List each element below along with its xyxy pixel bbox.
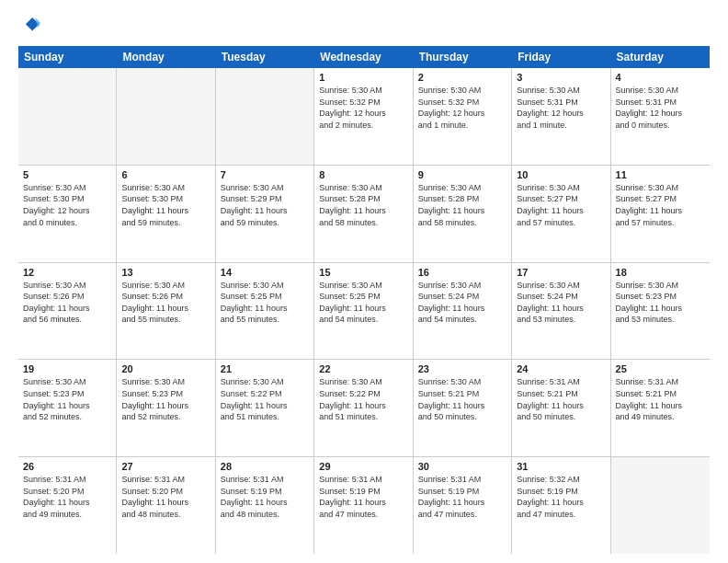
calendar-cell-r3-c0: 19Sunrise: 5:30 AM Sunset: 5:23 PM Dayli… bbox=[18, 360, 117, 456]
calendar-row-1: 5Sunrise: 5:30 AM Sunset: 5:30 PM Daylig… bbox=[18, 166, 710, 263]
cell-info: Sunrise: 5:30 AM Sunset: 5:25 PM Dayligh… bbox=[319, 280, 407, 326]
day-number: 15 bbox=[319, 267, 407, 278]
calendar-cell-r3-c3: 22Sunrise: 5:30 AM Sunset: 5:22 PM Dayli… bbox=[314, 360, 413, 456]
day-number: 9 bbox=[418, 169, 506, 180]
cell-info: Sunrise: 5:31 AM Sunset: 5:21 PM Dayligh… bbox=[616, 376, 705, 422]
calendar-header: SundayMondayTuesdayWednesdayThursdayFrid… bbox=[18, 46, 710, 68]
day-number: 23 bbox=[418, 363, 506, 374]
calendar-cell-r1-c5: 10Sunrise: 5:30 AM Sunset: 5:27 PM Dayli… bbox=[512, 166, 610, 262]
cell-info: Sunrise: 5:30 AM Sunset: 5:22 PM Dayligh… bbox=[221, 376, 309, 422]
cell-info: Sunrise: 5:30 AM Sunset: 5:32 PM Dayligh… bbox=[319, 85, 407, 131]
day-number: 10 bbox=[517, 169, 605, 180]
calendar-cell-r4-c4: 30Sunrise: 5:31 AM Sunset: 5:19 PM Dayli… bbox=[414, 457, 512, 554]
calendar-cell-r1-c6: 11Sunrise: 5:30 AM Sunset: 5:27 PM Dayli… bbox=[611, 166, 710, 262]
cell-info: Sunrise: 5:30 AM Sunset: 5:23 PM Dayligh… bbox=[121, 376, 210, 422]
calendar-row-0: 1Sunrise: 5:30 AM Sunset: 5:32 PM Daylig… bbox=[18, 68, 710, 166]
cell-info: Sunrise: 5:30 AM Sunset: 5:27 PM Dayligh… bbox=[517, 182, 605, 228]
cell-info: Sunrise: 5:30 AM Sunset: 5:21 PM Dayligh… bbox=[418, 376, 506, 422]
cell-info: Sunrise: 5:30 AM Sunset: 5:32 PM Dayligh… bbox=[418, 85, 506, 131]
day-number: 31 bbox=[517, 461, 605, 472]
day-number: 22 bbox=[319, 363, 407, 374]
cell-info: Sunrise: 5:32 AM Sunset: 5:19 PM Dayligh… bbox=[517, 474, 605, 520]
calendar-body: 1Sunrise: 5:30 AM Sunset: 5:32 PM Daylig… bbox=[18, 68, 710, 554]
calendar-cell-r4-c1: 27Sunrise: 5:31 AM Sunset: 5:20 PM Dayli… bbox=[117, 457, 215, 554]
calendar-cell-r2-c6: 18Sunrise: 5:30 AM Sunset: 5:23 PM Dayli… bbox=[611, 263, 710, 360]
calendar-cell-r2-c0: 12Sunrise: 5:30 AM Sunset: 5:26 PM Dayli… bbox=[18, 263, 117, 360]
day-number: 29 bbox=[319, 461, 407, 472]
calendar-cell-r4-c2: 28Sunrise: 5:31 AM Sunset: 5:19 PM Dayli… bbox=[216, 457, 314, 554]
calendar-cell-r3-c5: 24Sunrise: 5:31 AM Sunset: 5:21 PM Dayli… bbox=[512, 360, 610, 456]
calendar-row-3: 19Sunrise: 5:30 AM Sunset: 5:23 PM Dayli… bbox=[18, 360, 710, 457]
cell-info: Sunrise: 5:30 AM Sunset: 5:31 PM Dayligh… bbox=[517, 85, 605, 131]
day-number: 17 bbox=[517, 267, 605, 278]
weekday-header-monday: Monday bbox=[117, 46, 215, 68]
day-number: 4 bbox=[616, 72, 705, 83]
weekday-header-tuesday: Tuesday bbox=[216, 46, 314, 68]
calendar-cell-r4-c3: 29Sunrise: 5:31 AM Sunset: 5:19 PM Dayli… bbox=[314, 457, 413, 554]
calendar-cell-r4-c0: 26Sunrise: 5:31 AM Sunset: 5:20 PM Dayli… bbox=[18, 457, 117, 554]
cell-info: Sunrise: 5:30 AM Sunset: 5:30 PM Dayligh… bbox=[121, 182, 210, 228]
calendar-cell-r0-c6: 4Sunrise: 5:30 AM Sunset: 5:31 PM Daylig… bbox=[611, 68, 710, 165]
calendar-cell-r3-c2: 21Sunrise: 5:30 AM Sunset: 5:22 PM Dayli… bbox=[216, 360, 314, 456]
calendar-cell-r1-c1: 6Sunrise: 5:30 AM Sunset: 5:30 PM Daylig… bbox=[117, 166, 215, 262]
day-number: 19 bbox=[23, 363, 111, 374]
weekday-header-thursday: Thursday bbox=[414, 46, 512, 68]
cell-info: Sunrise: 5:30 AM Sunset: 5:27 PM Dayligh… bbox=[616, 182, 705, 228]
logo-icon bbox=[20, 15, 40, 35]
day-number: 11 bbox=[616, 169, 705, 180]
cell-info: Sunrise: 5:31 AM Sunset: 5:19 PM Dayligh… bbox=[319, 474, 407, 520]
calendar-cell-r2-c2: 14Sunrise: 5:30 AM Sunset: 5:25 PM Dayli… bbox=[216, 263, 314, 360]
day-number: 1 bbox=[319, 72, 407, 83]
day-number: 16 bbox=[418, 267, 506, 278]
cell-info: Sunrise: 5:30 AM Sunset: 5:23 PM Dayligh… bbox=[23, 376, 111, 422]
cell-info: Sunrise: 5:31 AM Sunset: 5:20 PM Dayligh… bbox=[23, 474, 111, 520]
calendar-row-2: 12Sunrise: 5:30 AM Sunset: 5:26 PM Dayli… bbox=[18, 263, 710, 361]
cell-info: Sunrise: 5:30 AM Sunset: 5:22 PM Dayligh… bbox=[319, 376, 407, 422]
cell-info: Sunrise: 5:30 AM Sunset: 5:31 PM Dayligh… bbox=[616, 85, 705, 131]
cell-info: Sunrise: 5:30 AM Sunset: 5:29 PM Dayligh… bbox=[221, 182, 309, 228]
calendar: SundayMondayTuesdayWednesdayThursdayFrid… bbox=[18, 46, 710, 554]
calendar-cell-r4-c5: 31Sunrise: 5:32 AM Sunset: 5:19 PM Dayli… bbox=[512, 457, 610, 554]
cell-info: Sunrise: 5:31 AM Sunset: 5:19 PM Dayligh… bbox=[418, 474, 506, 520]
header bbox=[18, 15, 710, 39]
cell-info: Sunrise: 5:30 AM Sunset: 5:25 PM Dayligh… bbox=[221, 280, 309, 326]
calendar-cell-r0-c0 bbox=[18, 68, 117, 165]
day-number: 3 bbox=[517, 72, 605, 83]
day-number: 7 bbox=[221, 169, 309, 180]
calendar-cell-r2-c4: 16Sunrise: 5:30 AM Sunset: 5:24 PM Dayli… bbox=[414, 263, 512, 360]
day-number: 18 bbox=[616, 267, 705, 278]
calendar-cell-r0-c2 bbox=[216, 68, 314, 165]
calendar-cell-r0-c1 bbox=[117, 68, 215, 165]
weekday-header-sunday: Sunday bbox=[18, 46, 117, 68]
calendar-cell-r1-c3: 8Sunrise: 5:30 AM Sunset: 5:28 PM Daylig… bbox=[314, 166, 413, 262]
calendar-cell-r1-c4: 9Sunrise: 5:30 AM Sunset: 5:28 PM Daylig… bbox=[414, 166, 512, 262]
cell-info: Sunrise: 5:30 AM Sunset: 5:26 PM Dayligh… bbox=[23, 280, 111, 326]
day-number: 28 bbox=[221, 461, 309, 472]
cell-info: Sunrise: 5:30 AM Sunset: 5:24 PM Dayligh… bbox=[517, 280, 605, 326]
cell-info: Sunrise: 5:30 AM Sunset: 5:26 PM Dayligh… bbox=[121, 280, 210, 326]
day-number: 8 bbox=[319, 169, 407, 180]
calendar-cell-r4-c6 bbox=[611, 457, 710, 554]
calendar-cell-r2-c1: 13Sunrise: 5:30 AM Sunset: 5:26 PM Dayli… bbox=[117, 263, 215, 360]
day-number: 26 bbox=[23, 461, 111, 472]
calendar-cell-r3-c4: 23Sunrise: 5:30 AM Sunset: 5:21 PM Dayli… bbox=[414, 360, 512, 456]
day-number: 30 bbox=[418, 461, 506, 472]
day-number: 6 bbox=[121, 169, 210, 180]
day-number: 24 bbox=[517, 363, 605, 374]
calendar-cell-r3-c1: 20Sunrise: 5:30 AM Sunset: 5:23 PM Dayli… bbox=[117, 360, 215, 456]
calendar-cell-r2-c5: 17Sunrise: 5:30 AM Sunset: 5:24 PM Dayli… bbox=[512, 263, 610, 360]
calendar-cell-r2-c3: 15Sunrise: 5:30 AM Sunset: 5:25 PM Dayli… bbox=[314, 263, 413, 360]
page: SundayMondayTuesdayWednesdayThursdayFrid… bbox=[0, 0, 728, 563]
day-number: 20 bbox=[121, 363, 210, 374]
calendar-cell-r0-c3: 1Sunrise: 5:30 AM Sunset: 5:32 PM Daylig… bbox=[314, 68, 413, 165]
logo bbox=[18, 15, 44, 39]
cell-info: Sunrise: 5:30 AM Sunset: 5:30 PM Dayligh… bbox=[23, 182, 111, 228]
cell-info: Sunrise: 5:31 AM Sunset: 5:20 PM Dayligh… bbox=[121, 474, 210, 520]
cell-info: Sunrise: 5:30 AM Sunset: 5:24 PM Dayligh… bbox=[418, 280, 506, 326]
calendar-row-4: 26Sunrise: 5:31 AM Sunset: 5:20 PM Dayli… bbox=[18, 457, 710, 554]
calendar-cell-r1-c2: 7Sunrise: 5:30 AM Sunset: 5:29 PM Daylig… bbox=[216, 166, 314, 262]
calendar-cell-r1-c0: 5Sunrise: 5:30 AM Sunset: 5:30 PM Daylig… bbox=[18, 166, 117, 262]
day-number: 27 bbox=[121, 461, 210, 472]
calendar-cell-r3-c6: 25Sunrise: 5:31 AM Sunset: 5:21 PM Dayli… bbox=[611, 360, 710, 456]
cell-info: Sunrise: 5:31 AM Sunset: 5:21 PM Dayligh… bbox=[517, 376, 605, 422]
